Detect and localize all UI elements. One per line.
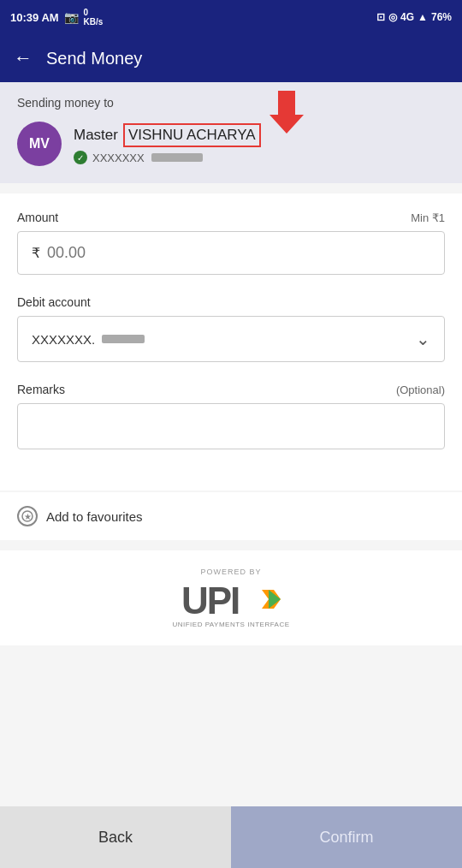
svg-text:★: ★	[24, 512, 32, 521]
main-content: Sending money to MV Master VISHNU ACHARY…	[0, 82, 462, 868]
data-speed: 0KB/s	[84, 8, 104, 27]
recipient-name-static: Master	[74, 127, 118, 144]
page-title: Send Money	[46, 49, 142, 68]
recipient-info: Master VISHNU ACHARYA ✓ XXXXXXX	[74, 123, 445, 164]
battery-icon: 76%	[431, 11, 452, 23]
bottom-buttons: Back Confirm	[0, 806, 462, 868]
status-time: 10:39 AM 📷 0KB/s	[10, 8, 103, 27]
recipient-row: MV Master VISHNU ACHARYA ✓ XXXXXXX	[17, 122, 445, 166]
amount-hint: Min ₹1	[411, 211, 445, 224]
account-number: XXXXXXX.	[32, 332, 95, 347]
signal-icon: ▲	[418, 11, 428, 23]
debit-account-label: Debit account	[17, 295, 91, 309]
remarks-header: Remarks (Optional)	[17, 383, 445, 396]
debit-account-selector[interactable]: XXXXXXX. ⌄	[17, 316, 445, 362]
network-icon: 4G	[400, 11, 414, 23]
favourites-section[interactable]: ★ Add to favourites	[0, 492, 462, 540]
svg-text:UPI: UPI	[181, 580, 239, 619]
confirm-button[interactable]: Confirm	[231, 806, 462, 868]
favourites-label: Add to favourites	[46, 509, 143, 524]
recipient-name-row: Master VISHNU ACHARYA	[74, 123, 445, 147]
amount-label: Amount	[17, 211, 58, 224]
debit-account-field-group: Debit account XXXXXXX. ⌄	[17, 295, 445, 362]
rupee-symbol: ₹	[32, 245, 40, 261]
amount-field-header: Amount Min ₹1	[17, 211, 445, 224]
debit-account-header: Debit account	[17, 295, 445, 309]
upi-section: POWERED BY UPI UNIFIED PAYMENTS INTERFAC…	[0, 550, 462, 645]
amount-input-wrapper[interactable]: ₹	[17, 231, 445, 275]
account-masked	[102, 335, 145, 343]
amount-input[interactable]	[47, 244, 430, 262]
camera-icon: 📷	[64, 10, 79, 24]
remarks-field-group: Remarks (Optional)	[17, 383, 445, 453]
favourites-icon: ★	[17, 506, 38, 526]
back-nav-button[interactable]: ←	[14, 47, 33, 69]
upi-id: XXXXXXX	[92, 152, 145, 164]
avatar: MV	[17, 122, 62, 166]
status-icons: ⊡ ◎ 4G ▲ 76%	[376, 11, 452, 23]
sending-label: Sending money to	[17, 96, 445, 110]
status-bar: 10:39 AM 📷 0KB/s ⊡ ◎ 4G ▲ 76%	[0, 0, 462, 34]
form-section: Amount Min ₹1 ₹ Debit account XXXXXXX. ⌄	[0, 193, 462, 490]
remarks-input[interactable]	[17, 403, 445, 449]
bottom-spacer	[0, 647, 462, 709]
recipient-name-highlighted: VISHNU ACHARYA	[123, 123, 261, 147]
app-bar: ← Send Money	[0, 34, 462, 82]
amount-field-group: Amount Min ₹1 ₹	[17, 211, 445, 275]
upi-verified-icon: ✓	[74, 151, 87, 164]
upi-logo-svg: UPI	[180, 580, 282, 619]
cast-icon: ⊡	[376, 11, 385, 23]
upi-sub-text: UNIFIED PAYMENTS INTERFACE	[172, 621, 289, 628]
recipient-upi-row: ✓ XXXXXXX	[74, 151, 445, 164]
back-button[interactable]: Back	[0, 806, 231, 868]
wifi-icon: ◎	[388, 11, 397, 23]
svg-marker-1	[270, 91, 304, 134]
remarks-hint: (Optional)	[396, 383, 445, 396]
powered-by-text: POWERED BY	[200, 568, 261, 576]
sending-to-section: Sending money to MV Master VISHNU ACHARY…	[0, 82, 462, 183]
upi-id-masked	[151, 153, 203, 162]
debit-account-value: XXXXXXX.	[32, 332, 145, 347]
highlight-arrow	[270, 91, 304, 137]
time-display: 10:39 AM	[10, 11, 59, 24]
chevron-down-icon: ⌄	[416, 329, 430, 349]
remarks-label: Remarks	[17, 383, 65, 396]
upi-logo: UPI	[180, 580, 282, 619]
